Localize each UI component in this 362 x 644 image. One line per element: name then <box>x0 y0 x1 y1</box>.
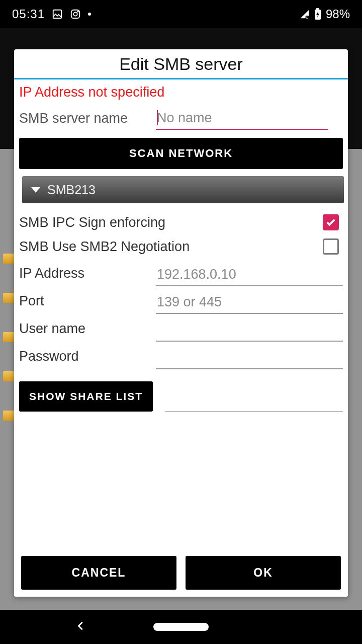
back-icon[interactable] <box>75 620 86 633</box>
svg-rect-7 <box>316 8 319 10</box>
server-name-label: SMB server name <box>19 111 156 126</box>
port-row: Port <box>18 286 344 314</box>
pass-input[interactable] <box>156 347 343 369</box>
folder-icon <box>3 254 15 264</box>
status-bar: 05:31 x 98% <box>0 0 362 28</box>
folder-icon <box>3 411 15 421</box>
ipc-sign-row[interactable]: SMB IPC Sign enforcing <box>18 210 344 234</box>
scan-network-button[interactable]: SCAN NETWORK <box>19 138 343 169</box>
status-time: 05:31 <box>12 7 45 21</box>
home-pill[interactable] <box>153 623 209 631</box>
user-input[interactable] <box>156 319 343 342</box>
ok-button[interactable]: OK <box>186 556 341 590</box>
user-row: User name <box>18 314 344 342</box>
folder-icon <box>3 332 15 342</box>
port-label: Port <box>19 293 150 314</box>
notification-dot-icon <box>88 13 91 16</box>
show-share-list-button[interactable]: SHOW SHARE LIST <box>19 381 153 412</box>
battery-percent: 98% <box>326 7 350 21</box>
folder-icon <box>3 371 15 381</box>
smb2-checkbox[interactable] <box>323 238 339 255</box>
pass-label: Password <box>19 349 150 369</box>
pass-row: Password <box>18 342 344 369</box>
ipc-sign-label: SMB IPC Sign enforcing <box>19 215 165 230</box>
instagram-icon <box>70 9 81 20</box>
svg-point-2 <box>73 12 77 16</box>
svg-point-3 <box>77 11 78 12</box>
svg-text:x: x <box>306 15 308 19</box>
text-cursor <box>157 110 158 125</box>
dialog-content: IP Address not specified SMB server name… <box>14 79 348 551</box>
ip-row: IP Address <box>18 259 344 286</box>
chevron-down-icon <box>31 187 40 193</box>
share-input[interactable] <box>165 393 343 412</box>
error-message: IP Address not specified <box>18 83 344 104</box>
user-label: User name <box>19 321 150 342</box>
edit-smb-dialog: Edit SMB server IP Address not specified… <box>14 49 348 597</box>
ip-input[interactable] <box>156 264 343 286</box>
server-name-row: SMB server name <box>18 104 344 133</box>
signal-icon: x <box>300 9 310 19</box>
dialog-title: Edit SMB server <box>14 49 348 78</box>
server-name-input[interactable] <box>156 107 328 130</box>
port-input[interactable] <box>156 291 343 314</box>
status-left: 05:31 <box>12 7 91 21</box>
svg-rect-0 <box>53 10 62 19</box>
share-row: SHOW SHARE LIST <box>18 369 344 412</box>
navigation-bar <box>0 610 362 644</box>
smb-version-dropdown[interactable]: SMB213 <box>22 176 344 203</box>
smb2-row[interactable]: SMB Use SMB2 Negotiation <box>18 234 344 259</box>
ip-label: IP Address <box>19 266 150 286</box>
dialog-actions: CANCEL OK <box>14 551 348 597</box>
battery-icon <box>314 8 322 20</box>
status-right: x 98% <box>300 7 350 21</box>
cancel-button[interactable]: CANCEL <box>21 556 176 590</box>
ipc-sign-checkbox[interactable] <box>323 214 339 230</box>
image-icon <box>52 9 63 20</box>
dropdown-value: SMB213 <box>47 183 96 197</box>
smb2-label: SMB Use SMB2 Negotiation <box>19 239 190 255</box>
folder-icon <box>3 293 15 303</box>
